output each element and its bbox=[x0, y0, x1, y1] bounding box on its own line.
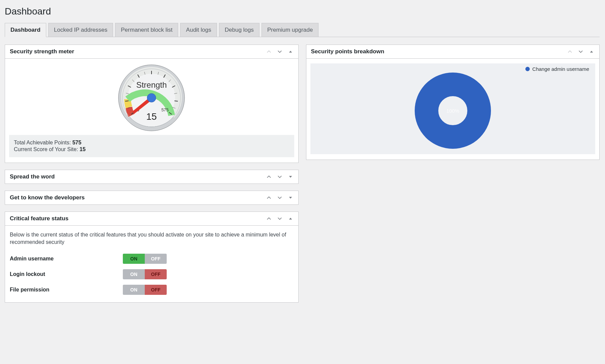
gauge-value: 15 bbox=[146, 111, 157, 122]
panel-controls bbox=[266, 195, 294, 201]
columns: Security strength meter bbox=[5, 45, 600, 309]
move-down-icon[interactable] bbox=[277, 216, 283, 222]
panel-points-breakdown: Security points breakdown Change admin u… bbox=[306, 45, 600, 160]
panel-spread-word: Spread the word bbox=[5, 170, 299, 184]
gauge-label: Strength bbox=[136, 80, 167, 89]
expand-icon[interactable] bbox=[287, 195, 294, 201]
panel-header: Spread the word bbox=[5, 170, 298, 184]
panel-body: Change admin username 100% bbox=[306, 59, 600, 160]
critical-row-admin-username: Admin username ON OFF bbox=[8, 251, 295, 267]
collapse-icon[interactable] bbox=[287, 49, 294, 55]
move-down-icon[interactable] bbox=[277, 49, 283, 55]
gauge: Strength 0 575 15 bbox=[8, 62, 295, 132]
page-title: Dashboard bbox=[5, 6, 600, 17]
panel-title: Spread the word bbox=[10, 173, 266, 180]
collapse-icon[interactable] bbox=[287, 216, 294, 222]
move-up-icon[interactable] bbox=[266, 216, 272, 222]
tab-dashboard[interactable]: Dashboard bbox=[5, 23, 46, 37]
column-right: Security points breakdown Change admin u… bbox=[306, 45, 600, 167]
tab-locked-ip[interactable]: Locked IP addresses bbox=[48, 23, 113, 37]
total-points-line: Total Achievable Points: 575 bbox=[14, 140, 290, 146]
total-points-label: Total Achievable Points: bbox=[14, 140, 72, 145]
panel-controls bbox=[266, 216, 294, 222]
move-up-icon[interactable] bbox=[567, 49, 573, 55]
toggle-off: OFF bbox=[145, 254, 167, 264]
tab-debug-logs[interactable]: Debug logs bbox=[219, 23, 259, 37]
toggle-on: ON bbox=[123, 254, 145, 264]
svg-marker-23 bbox=[289, 176, 292, 177]
panel-controls bbox=[266, 174, 294, 180]
move-down-icon[interactable] bbox=[277, 195, 283, 201]
donut-chart: Change admin username 100% bbox=[310, 63, 596, 154]
toggle-on: ON bbox=[123, 269, 145, 279]
panel-developers: Get to know the developers bbox=[5, 191, 299, 205]
panel-body: Strength 0 575 15 bbox=[5, 59, 298, 163]
tab-premium-upgrade[interactable]: Premium upgrade bbox=[262, 23, 319, 37]
donut-center-label: 100% bbox=[446, 108, 459, 114]
critical-label: File permission bbox=[10, 287, 123, 293]
toggle-admin-username[interactable]: ON OFF bbox=[123, 254, 167, 264]
critical-description: Below is the current status of the criti… bbox=[10, 231, 294, 246]
gauge-max: 575 bbox=[161, 107, 169, 112]
current-score-line: Current Score of Your Site: 15 bbox=[14, 146, 290, 152]
critical-label: Login lockout bbox=[10, 271, 123, 277]
panel-header: Security strength meter bbox=[5, 45, 298, 59]
collapse-icon[interactable] bbox=[588, 49, 595, 55]
critical-row-login-lockout: Login lockout ON OFF bbox=[8, 267, 295, 282]
move-down-icon[interactable] bbox=[277, 174, 283, 180]
panel-strength-meter: Security strength meter bbox=[5, 45, 299, 163]
panel-header: Get to know the developers bbox=[5, 191, 298, 204]
svg-marker-0 bbox=[289, 51, 292, 52]
move-down-icon[interactable] bbox=[578, 49, 584, 55]
legend-label: Change admin username bbox=[532, 66, 589, 72]
panel-controls bbox=[567, 49, 595, 55]
dashboard-wrap: Dashboard Dashboard Locked IP addresses … bbox=[0, 0, 605, 323]
panel-critical-features: Critical feature status Below is the cur… bbox=[5, 212, 299, 303]
panel-controls bbox=[266, 49, 294, 55]
tab-audit-logs[interactable]: Audit logs bbox=[180, 23, 217, 37]
chart-legend: Change admin username bbox=[315, 65, 591, 72]
total-points-value: 575 bbox=[72, 140, 81, 145]
panel-body: Below is the current status of the criti… bbox=[5, 226, 298, 302]
expand-icon[interactable] bbox=[287, 174, 294, 180]
panel-header: Security points breakdown bbox=[306, 45, 600, 59]
svg-line-8 bbox=[125, 101, 129, 101]
current-score-value: 15 bbox=[80, 146, 86, 152]
toggle-on: ON bbox=[123, 285, 145, 295]
svg-marker-25 bbox=[289, 218, 292, 219]
toggle-login-lockout[interactable]: ON OFF bbox=[123, 269, 167, 279]
legend-swatch-icon bbox=[525, 67, 530, 71]
svg-point-21 bbox=[147, 93, 156, 102]
donut-svg: 100% bbox=[414, 72, 492, 149]
panel-title: Get to know the developers bbox=[10, 194, 266, 201]
move-up-icon[interactable] bbox=[266, 174, 272, 180]
svg-marker-24 bbox=[289, 197, 292, 198]
panel-title: Security points breakdown bbox=[311, 48, 567, 55]
toggle-off: OFF bbox=[145, 269, 167, 279]
column-left: Security strength meter bbox=[5, 45, 299, 309]
points-box: Total Achievable Points: 575 Current Sco… bbox=[9, 135, 294, 157]
tabs: Dashboard Locked IP addresses Permanent … bbox=[5, 23, 600, 37]
svg-marker-26 bbox=[590, 51, 593, 52]
svg-line-9 bbox=[174, 101, 178, 101]
toggle-off: OFF bbox=[145, 285, 167, 295]
panel-title: Critical feature status bbox=[10, 215, 266, 222]
panel-title: Security strength meter bbox=[10, 48, 266, 55]
current-score-label: Current Score of Your Site: bbox=[14, 146, 80, 152]
move-up-icon[interactable] bbox=[266, 49, 272, 55]
move-up-icon[interactable] bbox=[266, 195, 272, 201]
toggle-file-permission[interactable]: ON OFF bbox=[123, 285, 167, 295]
tab-permanent-block[interactable]: Permanent block list bbox=[115, 23, 178, 37]
critical-row-file-permission: File permission ON OFF bbox=[8, 282, 295, 298]
critical-label: Admin username bbox=[10, 256, 123, 262]
panel-header: Critical feature status bbox=[5, 212, 298, 226]
